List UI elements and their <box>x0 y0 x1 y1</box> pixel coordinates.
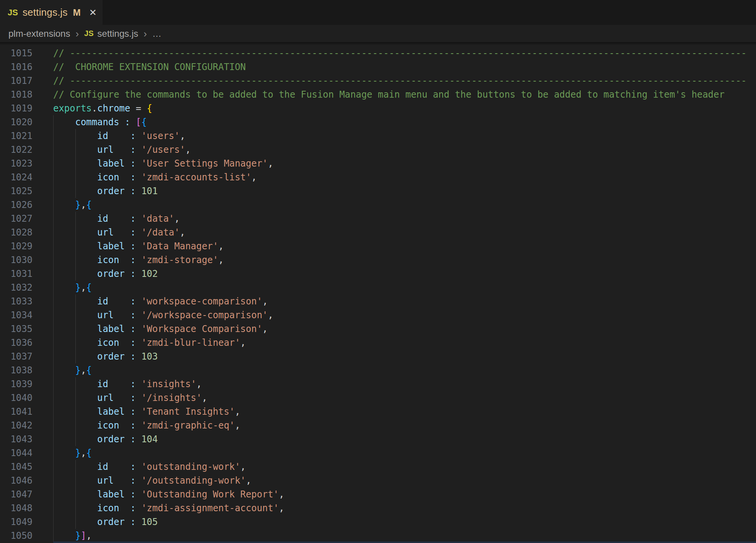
scroll-shadow <box>0 42 756 45</box>
line-number: 1017 <box>0 74 33 88</box>
code-line[interactable]: 1022 url : '/users', <box>0 143 756 157</box>
code-line[interactable]: 1043 order : 104 <box>0 432 756 446</box>
indent-guide <box>75 474 76 487</box>
code-text: order : 105 <box>33 515 158 529</box>
close-icon[interactable]: ✕ <box>89 8 97 17</box>
code-line[interactable]: 1031 order : 102 <box>0 267 756 281</box>
code-line[interactable]: 1036 icon : 'zmdi-blur-linear', <box>0 336 756 350</box>
breadcrumb-file[interactable]: settings.js <box>98 28 138 39</box>
code-line[interactable]: 1026 },{ <box>0 198 756 212</box>
code-line[interactable]: 1049 order : 105 <box>0 515 756 529</box>
code-line[interactable]: 1041 label : 'Tenant Insights', <box>0 405 756 419</box>
indent-guide <box>53 501 54 515</box>
code-text: // CHOROME EXTENSION CONFIGURATION <box>33 60 246 74</box>
code-line[interactable]: 1023 label : 'User Settings Manager', <box>0 157 756 170</box>
indent-guide <box>75 129 76 143</box>
indent-guide <box>53 129 54 143</box>
code-line[interactable]: 1032 },{ <box>0 281 756 294</box>
chevron-right-icon: › <box>143 29 147 39</box>
code-line[interactable]: 1044 },{ <box>0 446 756 460</box>
line-number: 1040 <box>0 391 33 405</box>
line-number: 1039 <box>0 377 33 391</box>
indent-guide <box>53 212 54 226</box>
line-number: 1028 <box>0 226 33 239</box>
code-text: url : '/data', <box>33 226 185 239</box>
code-text: icon : 'zmdi-blur-linear', <box>33 336 246 350</box>
indent-guide <box>75 212 76 226</box>
breadcrumb-folder[interactable]: plm-extensions <box>8 28 70 39</box>
code-line[interactable]: 1019exports.chrome = { <box>0 101 756 115</box>
code-text: // -------------------------------------… <box>33 74 746 88</box>
code-line[interactable]: 1039 id : 'insights', <box>0 377 756 391</box>
indent-guide <box>53 405 54 419</box>
code-line[interactable]: 1016// CHOROME EXTENSION CONFIGURATION <box>0 60 756 74</box>
code-lines: 1015// ---------------------------------… <box>0 46 756 543</box>
code-line[interactable]: 1025 order : 101 <box>0 184 756 198</box>
code-line[interactable]: 1035 label : 'Workspace Comparison', <box>0 322 756 336</box>
indent-guide <box>53 184 54 198</box>
indent-guide <box>75 239 76 253</box>
code-line[interactable]: 1027 id : 'data', <box>0 212 756 226</box>
code-line[interactable]: 1030 icon : 'zmdi-storage', <box>0 253 756 267</box>
code-line[interactable]: 1038 },{ <box>0 363 756 377</box>
code-line[interactable]: 1042 icon : 'zmdi-graphic-eq', <box>0 419 756 432</box>
tab-filename: settings.js <box>23 7 68 18</box>
indent-guide <box>53 239 54 253</box>
line-number: 1047 <box>0 487 33 501</box>
code-line[interactable]: 1021 id : 'users', <box>0 129 756 143</box>
indent-guide <box>75 501 76 515</box>
code-text: id : 'outstanding-work', <box>33 460 246 474</box>
line-number: 1020 <box>0 115 33 129</box>
indent-guide <box>75 253 76 267</box>
code-text: label : 'Outstanding Work Report', <box>33 487 284 501</box>
line-number: 1044 <box>0 446 33 460</box>
line-number: 1032 <box>0 281 33 294</box>
code-line[interactable]: 1048 icon : 'zmdi-assignment-account', <box>0 501 756 515</box>
indent-guide <box>53 157 54 170</box>
code-text: id : 'workspace-comparison', <box>33 294 268 308</box>
line-number: 1030 <box>0 253 33 267</box>
indent-guide <box>75 322 76 336</box>
code-line[interactable]: 1018// Configure the commands to be adde… <box>0 88 756 101</box>
indent-guide <box>53 226 54 239</box>
line-number: 1046 <box>0 474 33 487</box>
indent-guide <box>75 350 76 363</box>
code-line[interactable]: 1029 label : 'Data Manager', <box>0 239 756 253</box>
code-text: url : '/users', <box>33 143 191 157</box>
code-line[interactable]: 1047 label : 'Outstanding Work Report', <box>0 487 756 501</box>
code-text: },{ <box>33 198 92 212</box>
code-line[interactable]: 1037 order : 103 <box>0 350 756 363</box>
line-number: 1048 <box>0 501 33 515</box>
code-line[interactable]: 1017// ---------------------------------… <box>0 74 756 88</box>
indent-guide <box>53 115 54 129</box>
code-editor[interactable]: 1015// ---------------------------------… <box>0 45 756 543</box>
code-line[interactable]: 1045 id : 'outstanding-work', <box>0 460 756 474</box>
code-line[interactable]: 1034 url : '/workspace-comparison', <box>0 308 756 322</box>
indent-guide <box>75 184 76 198</box>
code-text: order : 102 <box>33 267 158 281</box>
code-line[interactable]: 1050 }], <box>0 529 756 543</box>
code-line[interactable]: 1020 commands : [{ <box>0 115 756 129</box>
indent-guide <box>53 322 54 336</box>
code-text: commands : [{ <box>33 115 147 129</box>
code-text: order : 101 <box>33 184 158 198</box>
code-text: // Configure the commands to be added to… <box>33 88 725 101</box>
code-line[interactable]: 1028 url : '/data', <box>0 226 756 239</box>
indent-guide <box>75 377 76 391</box>
indent-guide <box>53 446 54 460</box>
line-number: 1018 <box>0 88 33 101</box>
code-line[interactable]: 1024 icon : 'zmdi-accounts-list', <box>0 170 756 184</box>
line-number: 1042 <box>0 419 33 432</box>
code-line[interactable]: 1046 url : '/outstanding-work', <box>0 474 756 487</box>
indent-guide <box>53 377 54 391</box>
line-number: 1038 <box>0 363 33 377</box>
code-text: label : 'Workspace Comparison', <box>33 322 268 336</box>
indent-guide <box>53 281 54 294</box>
code-text: exports.chrome = { <box>33 101 152 115</box>
code-text: }], <box>33 529 92 543</box>
code-line[interactable]: 1040 url : '/insights', <box>0 391 756 405</box>
breadcrumb-symbol-ellipsis[interactable]: … <box>152 28 161 39</box>
code-line[interactable]: 1033 id : 'workspace-comparison', <box>0 294 756 308</box>
code-line[interactable]: 1015// ---------------------------------… <box>0 46 756 60</box>
tab-settings-js[interactable]: JS settings.js M ✕ <box>0 0 103 25</box>
